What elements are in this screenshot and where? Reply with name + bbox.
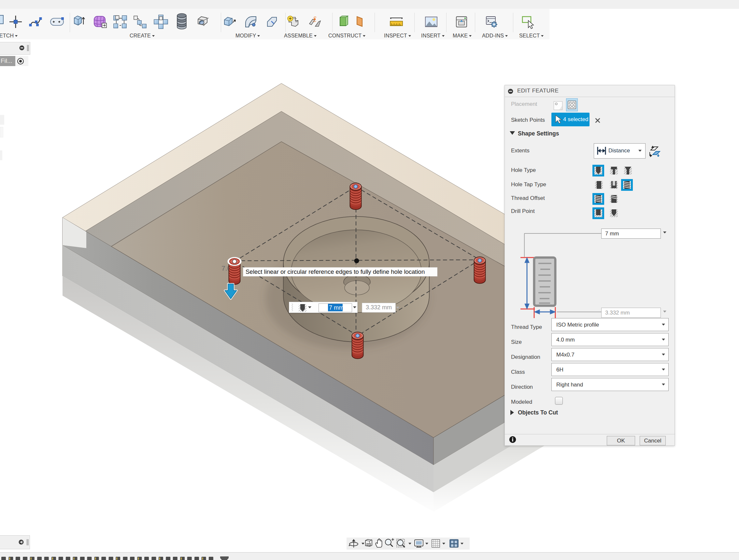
svg-text:7.00: 7.00 [221,264,235,272]
svg-text:4 selected: 4 selected [563,116,589,123]
